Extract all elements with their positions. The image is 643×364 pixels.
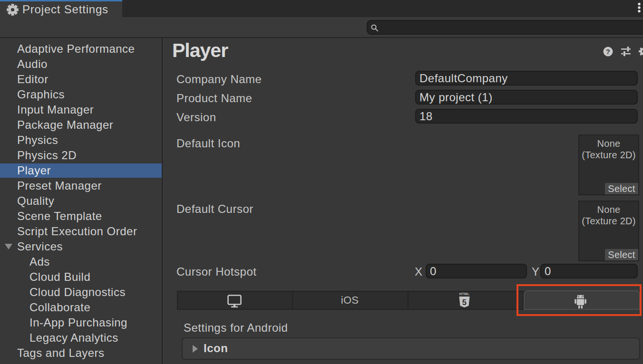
svg-text:?: ? <box>606 48 611 56</box>
svg-text:HTML: HTML <box>459 292 470 296</box>
svg-text:5: 5 <box>462 298 467 307</box>
